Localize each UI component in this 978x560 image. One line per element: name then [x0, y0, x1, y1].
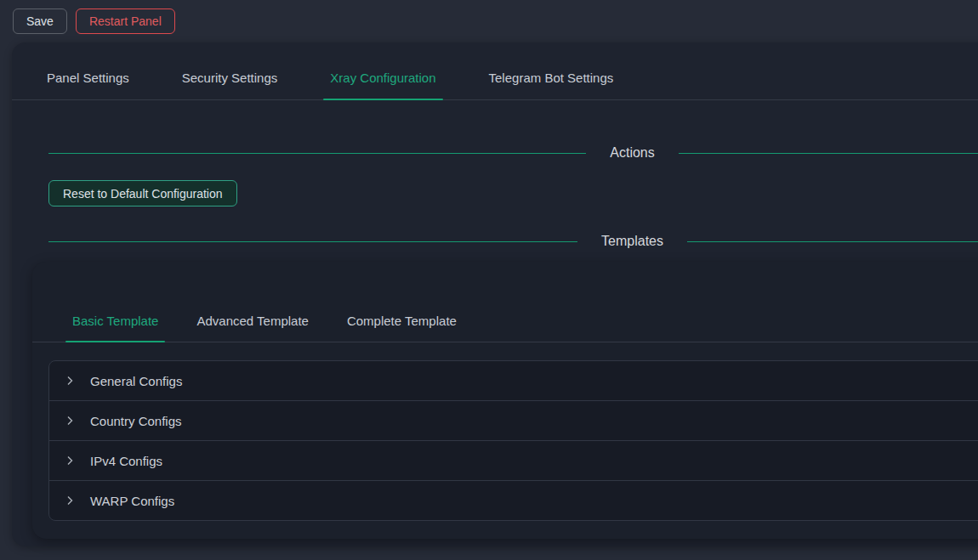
config-collapse-list: General Configs Country Configs: [48, 360, 978, 521]
tab-security-settings[interactable]: Security Settings: [175, 68, 285, 99]
tab-xray-configuration[interactable]: Xray Configuration: [323, 68, 442, 99]
reset-to-default-configuration-button[interactable]: Reset to Default Configuration: [48, 180, 237, 206]
collapse-item-label: General Configs: [90, 374, 182, 388]
restart-panel-button[interactable]: Restart Panel: [76, 8, 175, 34]
tab-advanced-template[interactable]: Advanced Template: [190, 311, 315, 342]
divider-line-left: [48, 241, 577, 242]
collapse-item-label: WARP Configs: [90, 494, 174, 508]
actions-divider-label: Actions: [586, 145, 678, 161]
settings-tab-bar: Panel Settings Security Settings Xray Co…: [12, 42, 978, 100]
collapse-item-country-configs: Country Configs: [49, 401, 978, 441]
templates-divider: Templates: [48, 234, 978, 249]
actions-divider: Actions: [48, 145, 978, 161]
warp-configs-header[interactable]: WARP Configs: [49, 481, 978, 520]
general-configs-header[interactable]: General Configs: [49, 361, 978, 400]
collapse-item-warp-configs: WARP Configs: [49, 481, 978, 520]
collapse-item-label: IPv4 Configs: [90, 454, 162, 468]
tab-complete-template[interactable]: Complete Template: [340, 311, 463, 342]
collapse-item-label: Country Configs: [90, 414, 182, 428]
divider-line-right: [679, 153, 978, 154]
divider-line-left: [48, 153, 586, 154]
template-tab-bar: Basic Template Advanced Template Complet…: [32, 262, 978, 342]
templates-divider-label: Templates: [577, 234, 687, 249]
actions-row: Reset to Default Configuration: [12, 161, 978, 206]
collapse-item-general-configs: General Configs: [49, 361, 978, 401]
settings-card: Panel Settings Security Settings Xray Co…: [12, 42, 978, 546]
save-button[interactable]: Save: [13, 8, 67, 34]
tab-basic-template[interactable]: Basic Template: [65, 311, 165, 342]
top-action-bar: Save Restart Panel: [0, 0, 978, 42]
templates-card: Basic Template Advanced Template Complet…: [32, 262, 978, 539]
chevron-right-icon: [65, 495, 75, 506]
chevron-right-icon: [65, 455, 75, 466]
tab-panel-settings[interactable]: Panel Settings: [40, 68, 136, 99]
ipv4-configs-header[interactable]: IPv4 Configs: [49, 441, 978, 480]
country-configs-header[interactable]: Country Configs: [49, 401, 978, 440]
divider-line-right: [687, 241, 978, 242]
chevron-right-icon: [65, 416, 75, 426]
tab-telegram-bot-settings[interactable]: Telegram Bot Settings: [482, 68, 621, 99]
chevron-right-icon: [65, 376, 75, 386]
collapse-item-ipv4-configs: IPv4 Configs: [49, 441, 978, 481]
